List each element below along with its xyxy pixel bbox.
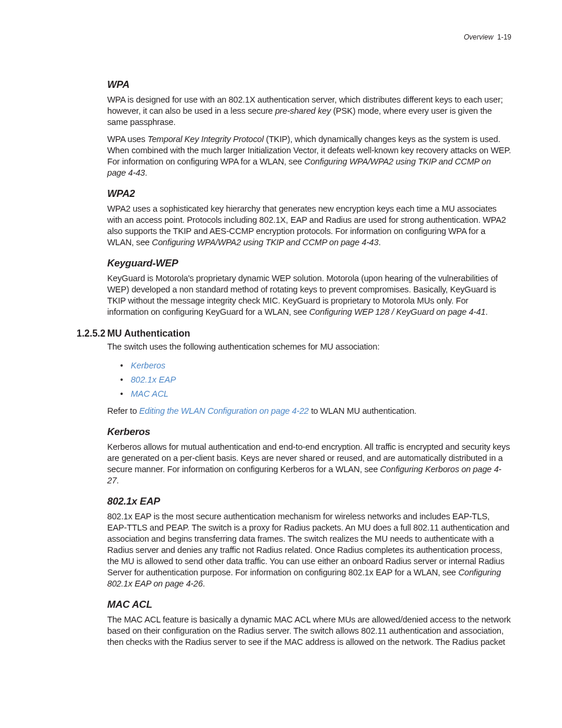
section-heading-mu-authentication: 1.2.5.2 MU Authentication (77, 328, 511, 339)
text-run: 802.1x EAP is the most secure authentica… (107, 512, 510, 577)
content: WPA WPA is designed for use with an 802.… (107, 33, 511, 648)
text-run: . (145, 168, 147, 177)
text-run: . (117, 476, 119, 485)
macacl-paragraph-1: The MAC ACL feature is basically a dynam… (107, 614, 511, 648)
text-run-italic: Temporal Key Integrity Protocol (148, 134, 264, 144)
auth-scheme-list: Kerberos 802.1x EAP MAC ACL (120, 358, 511, 401)
wpa-paragraph-1: WPA is designed for use with an 802.1X a… (107, 94, 511, 128)
list-item: MAC ACL (120, 387, 511, 401)
text-run-italic: pre-shared key (275, 106, 331, 116)
link-mac-acl[interactable]: MAC ACL (131, 389, 168, 398)
page-header: Overview 1-19 (464, 33, 511, 41)
heading-mac-acl: MAC ACL (107, 599, 511, 611)
heading-8021x-eap: 802.1x EAP (107, 496, 511, 508)
xref: Configuring WPA/WPA2 using TKIP and CCMP… (152, 238, 379, 247)
text-run: . (203, 579, 205, 588)
page: Overview 1-19 WPA WPA is designed for us… (0, 0, 562, 728)
heading-kerberos: Kerberos (107, 426, 511, 438)
heading-wpa2: WPA2 (107, 188, 511, 200)
list-item: 802.1x EAP (120, 373, 511, 387)
header-page-number: 1-19 (497, 33, 511, 41)
text-run: WPA uses (107, 134, 148, 144)
list-item: Kerberos (120, 358, 511, 373)
wpa-paragraph-2: WPA uses Temporal Key Integrity Protocol… (107, 134, 511, 179)
text-run: Refer to (107, 406, 139, 416)
text-run: . (485, 307, 488, 317)
link-kerberos[interactable]: Kerberos (131, 361, 166, 370)
heading-keyguard-wep: Keyguard-WEP (107, 258, 511, 269)
eap-paragraph-1: 802.1x EAP is the most secure authentica… (107, 511, 511, 589)
link-8021x-eap[interactable]: 802.1x EAP (131, 375, 176, 384)
header-section: Overview (464, 33, 493, 41)
heading-wpa: WPA (107, 79, 511, 91)
text-run: to WLAN MU authentication. (309, 406, 416, 416)
text-run: . (378, 238, 381, 247)
kerberos-paragraph-1: Kerberos allows for mutual authenticatio… (107, 442, 511, 486)
section-title: MU Authentication (107, 328, 190, 339)
keyguard-paragraph-1: KeyGuard is Motorola's proprietary dynam… (107, 273, 511, 318)
muauth-refer: Refer to Editing the WLAN Configuration … (107, 406, 511, 417)
section-number: 1.2.5.2 (77, 328, 107, 339)
wpa2-paragraph-1: WPA2 uses a sophisticated key hierarchy … (107, 203, 511, 248)
link-editing-wlan-config[interactable]: Editing the WLAN Configuration on page 4… (139, 406, 309, 416)
muauth-intro: The switch uses the following authentica… (107, 341, 511, 353)
xref: Configuring WEP 128 / KeyGuard on page 4… (309, 307, 485, 317)
